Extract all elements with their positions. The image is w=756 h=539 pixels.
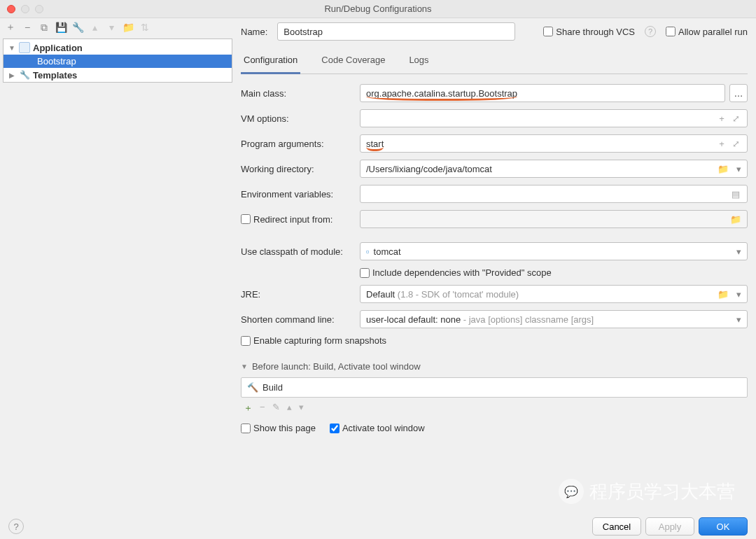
folder-icon[interactable]: 📁 — [122, 21, 134, 34]
program-args-label: Program arguments: — [241, 139, 360, 149]
include-deps-checkbox[interactable]: Include dependencies with "Provided" sco… — [360, 267, 552, 278]
add-task-icon[interactable]: ＋ — [244, 402, 253, 414]
wechat-icon: 💬 — [559, 479, 584, 504]
vm-options-label: VM options: — [241, 113, 360, 124]
watermark: 💬 程序员学习大本营 — [559, 479, 735, 504]
folder-icon[interactable]: 📁 — [718, 163, 729, 174]
allow-parallel-checkbox[interactable]: Allow parallel run — [666, 27, 748, 37]
help-button[interactable]: ? — [8, 519, 24, 534]
edit-task-icon[interactable]: ✎ — [272, 402, 280, 414]
hammer-icon: 🔨 — [247, 382, 258, 393]
add-icon[interactable]: + — [716, 138, 727, 149]
ok-button[interactable]: OK — [699, 517, 748, 536]
main-class-field[interactable]: org.apache.catalina.startup.Bootstrap — [360, 84, 725, 102]
redirect-input-checkbox[interactable]: Redirect input from: — [241, 214, 360, 225]
activate-tool-window-checkbox[interactable]: Activate tool window — [330, 423, 425, 433]
move-up-icon[interactable]: ▴ — [88, 21, 101, 34]
remove-config-icon[interactable]: − — [21, 21, 34, 34]
tree-bootstrap[interactable]: Bootstrap — [4, 55, 232, 68]
share-vcs-checkbox[interactable]: Share through VCS — [543, 27, 635, 37]
edit-templates-icon[interactable]: 🔧 — [71, 21, 84, 34]
enable-snapshots-checkbox[interactable]: Enable capturing form snapshots — [241, 335, 386, 346]
tree-label: Templates — [33, 70, 77, 80]
config-tree: ▼ Application Bootstrap ▶ 🔧 Templates — [3, 38, 232, 83]
env-vars-field[interactable]: ▤ — [360, 185, 748, 203]
add-icon[interactable]: + — [716, 113, 727, 124]
add-config-icon[interactable]: ＋ — [4, 21, 17, 34]
copy-config-icon[interactable]: ⧉ — [38, 21, 50, 34]
tab-code-coverage[interactable]: Code Coverage — [318, 49, 388, 74]
apply-button[interactable]: Apply — [645, 517, 694, 536]
expand-icon[interactable]: ▶ — [8, 71, 16, 79]
tree-label: Bootstrap — [37, 56, 76, 66]
tree-application[interactable]: ▼ Application — [4, 41, 232, 55]
move-up-icon[interactable]: ▴ — [287, 402, 292, 414]
working-dir-field[interactable]: /Users/lixiang/code/java/tomcat 📁 — [360, 160, 748, 178]
window-titlebar: Run/Debug Configurations — [0, 0, 756, 18]
shorten-label: Shorten command line: — [241, 314, 360, 325]
name-label: Name: — [241, 27, 267, 37]
window-title: Run/Debug Configurations — [0, 4, 756, 14]
config-toolbar: ＋ − ⧉ 💾 🔧 ▴ ▾ 📁 ⇅ — [0, 18, 232, 36]
tab-logs[interactable]: Logs — [406, 49, 431, 74]
sort-icon[interactable]: ⇅ — [139, 21, 151, 34]
before-launch-header[interactable]: ▼ Before launch: Build, Activate tool wi… — [241, 357, 748, 377]
save-config-icon[interactable]: 💾 — [55, 21, 67, 34]
jre-label: JRE: — [241, 289, 360, 300]
move-down-icon[interactable]: ▾ — [105, 21, 118, 34]
vm-options-field[interactable]: +⤢ — [360, 109, 748, 127]
wrench-icon: 🔧 — [19, 69, 30, 80]
name-field[interactable]: Bootstrap — [277, 22, 515, 41]
remove-task-icon[interactable]: − — [260, 402, 265, 414]
collapse-icon[interactable]: ▼ — [241, 363, 248, 370]
help-icon[interactable]: ? — [645, 26, 656, 37]
application-icon — [19, 42, 30, 53]
shorten-select[interactable]: user-local default: none - java [options… — [360, 310, 748, 328]
env-vars-label: Environment variables: — [241, 189, 360, 200]
browse-class-button[interactable]: … — [729, 84, 748, 102]
tree-templates[interactable]: ▶ 🔧 Templates — [4, 68, 232, 82]
before-launch-item[interactable]: 🔨 Build — [241, 377, 748, 398]
before-launch-toolbar: ＋ − ✎ ▴ ▾ — [241, 398, 748, 419]
tree-label: Application — [33, 43, 83, 53]
working-dir-label: Working directory: — [241, 164, 360, 174]
redirect-input-row: Redirect input from: — [241, 214, 360, 225]
tab-configuration[interactable]: Configuration — [241, 49, 300, 74]
classpath-label: Use classpath of module: — [241, 246, 360, 257]
show-page-checkbox[interactable]: Show this page — [241, 423, 316, 433]
program-args-field[interactable]: start +⤢ — [360, 134, 748, 153]
classpath-select[interactable]: ▫tomcat — [360, 242, 748, 260]
expand-icon[interactable]: ⤢ — [730, 113, 741, 124]
main-class-label: Main class: — [241, 88, 360, 99]
redirect-input-field: 📁 — [360, 210, 748, 228]
cancel-button[interactable]: Cancel — [592, 517, 641, 536]
list-icon[interactable]: ▤ — [730, 188, 741, 200]
tabs: Configuration Code Coverage Logs — [241, 49, 748, 74]
folder-icon[interactable]: 📁 — [718, 288, 729, 300]
folder-icon: 📁 — [730, 214, 741, 225]
move-down-icon[interactable]: ▾ — [299, 402, 304, 414]
jre-select[interactable]: Default (1.8 - SDK of 'tomcat' module) 📁 — [360, 285, 748, 303]
expand-icon[interactable]: ▼ — [8, 44, 16, 52]
expand-icon[interactable]: ⤢ — [730, 138, 741, 149]
